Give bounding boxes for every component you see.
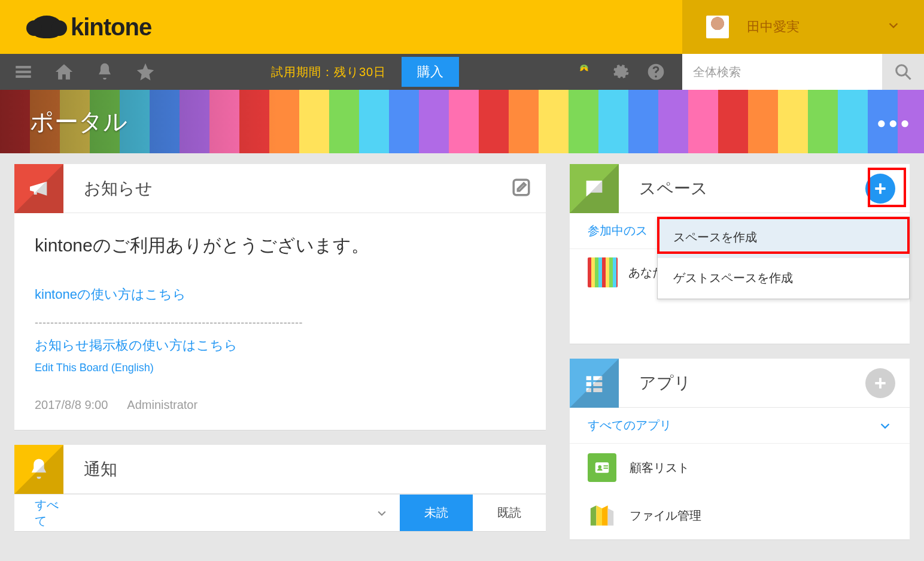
- contact-card-icon: [588, 453, 616, 482]
- bell-widget-icon: [14, 445, 63, 494]
- help-icon[interactable]: [646, 62, 665, 81]
- svg-rect-5: [604, 465, 609, 466]
- plus-icon: [865, 174, 895, 204]
- user-menu[interactable]: 田中愛実: [682, 0, 924, 54]
- app-name: 顧客リスト: [630, 460, 689, 476]
- chevron-down-icon: [376, 506, 388, 520]
- create-space-menu: スペースを作成 ゲストスペースを作成: [657, 217, 910, 299]
- nav-bar: 試用期間：残り30日 購入: [0, 54, 924, 90]
- svg-rect-6: [604, 468, 609, 469]
- notifications-title: 通知: [63, 458, 546, 481]
- buy-button[interactable]: 購入: [402, 57, 459, 87]
- home-icon[interactable]: [54, 62, 74, 82]
- tab-read[interactable]: 既読: [473, 495, 546, 531]
- brand-logo[interactable]: kintone: [0, 14, 151, 41]
- spaces-widget: スペース 参加中のス あなたの スペースを作成 ゲストスペースを作成: [570, 164, 910, 344]
- menu-item-create-guest-space[interactable]: ゲストスペースを作成: [658, 258, 909, 299]
- apps-sub-toggle[interactable]: すべてのアプリ: [570, 408, 910, 444]
- tab-all-label: すべて: [35, 497, 65, 529]
- menu-icon[interactable]: [13, 62, 34, 82]
- banner-more-icon[interactable]: ●●●: [877, 114, 912, 132]
- announcement-date: 2017/8/8 9:00: [35, 398, 108, 412]
- tab-all[interactable]: すべて: [14, 495, 400, 531]
- page-title: ポータル: [30, 105, 127, 138]
- sprout-icon[interactable]: [575, 62, 594, 81]
- bell-icon[interactable]: [95, 62, 115, 82]
- trial-label: 試用期間：残り30日: [271, 64, 386, 80]
- app-row[interactable]: 顧客リスト: [570, 444, 910, 492]
- chevron-down-icon: [887, 19, 900, 35]
- apps-widget: アプリ すべてのアプリ 顧客リスト: [570, 359, 910, 540]
- apps-icon: [570, 359, 619, 408]
- announcements-widget: お知らせ kintoneのご利用ありがとうございます。 kintoneの使い方は…: [14, 164, 546, 430]
- star-icon[interactable]: [135, 62, 156, 82]
- chevron-down-icon: [879, 419, 892, 432]
- search-button[interactable]: [882, 54, 924, 90]
- link-howto[interactable]: kintoneの使い方はこちら: [35, 286, 525, 304]
- megaphone-icon: [14, 164, 63, 213]
- binder-icon: [588, 501, 616, 530]
- svg-point-4: [598, 465, 601, 469]
- space-thumb-icon: [588, 257, 618, 287]
- svg-line-1: [905, 74, 911, 80]
- brand-name: kintone: [71, 14, 151, 41]
- edit-icon[interactable]: [511, 177, 546, 200]
- announcement-heading: kintoneのご利用ありがとうございます。: [35, 234, 525, 258]
- notifications-widget: 通知 すべて 未読 既読: [14, 445, 546, 532]
- search-input[interactable]: [682, 65, 882, 79]
- app-row[interactable]: ファイル管理: [570, 492, 910, 539]
- svg-point-0: [896, 65, 907, 76]
- add-app-button[interactable]: [865, 368, 910, 398]
- cloud-icon: [31, 16, 62, 38]
- gear-icon[interactable]: [610, 62, 630, 81]
- add-space-button[interactable]: [865, 174, 910, 204]
- app-name: ファイル管理: [630, 508, 701, 524]
- svg-rect-2: [513, 180, 529, 195]
- plus-icon: [865, 368, 895, 398]
- user-name: 田中愛実: [747, 18, 869, 36]
- apps-title: アプリ: [619, 372, 865, 395]
- link-edit-english[interactable]: Edit This Board (English): [35, 362, 525, 374]
- announcement-author: Administrator: [127, 398, 197, 412]
- avatar: [706, 16, 729, 38]
- menu-item-create-space[interactable]: スペースを作成: [658, 217, 909, 258]
- top-bar: kintone 田中愛実: [0, 0, 924, 54]
- tab-unread[interactable]: 未読: [400, 495, 473, 531]
- chat-icon: [570, 164, 619, 213]
- divider: ----------------------------------------…: [35, 317, 525, 329]
- announcements-title: お知らせ: [63, 177, 511, 200]
- link-board-howto[interactable]: お知らせ掲示板の使い方はこちら: [35, 336, 525, 354]
- page-banner: ポータル ●●●: [0, 90, 924, 153]
- apps-sub-label: すべてのアプリ: [588, 417, 671, 433]
- search-box: [682, 54, 924, 90]
- spaces-title: スペース: [619, 177, 865, 200]
